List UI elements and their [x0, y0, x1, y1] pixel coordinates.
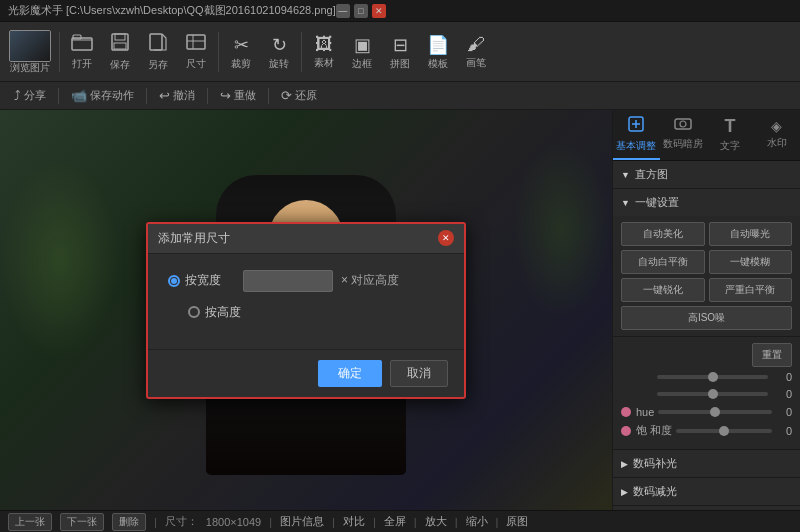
reset-btn[interactable]: 重置: [752, 343, 792, 367]
svg-point-9: [680, 121, 686, 127]
statusbar: 上一张 下一张 删除 | 尺寸： 1800×1049 | 图片信息 | 对比 |…: [0, 510, 800, 532]
minimize-button[interactable]: —: [336, 4, 350, 18]
cross-label: × 对应高度: [341, 272, 399, 289]
toolbar-material[interactable]: 🖼 素材: [305, 25, 343, 79]
digital-fill-label: 数码补光: [633, 456, 677, 471]
basic-adjust-icon: [627, 115, 645, 137]
dialog-title: 添加常用尺寸: [158, 230, 230, 247]
toolbar-stitch[interactable]: ⊟ 拼图: [381, 25, 419, 79]
onekey-sharpen-btn[interactable]: 一键锐化: [621, 278, 705, 302]
sliders-content: 重置 0 0: [613, 337, 800, 449]
save-action-label: 保存动作: [90, 88, 134, 103]
tab-basic-label: 基本调整: [616, 139, 656, 153]
contrast-track[interactable]: [657, 392, 768, 396]
width-input[interactable]: [243, 270, 333, 292]
stitch-label: 拼图: [390, 58, 410, 70]
clarity-header[interactable]: ▶ 清晰度: [613, 506, 800, 510]
restore-button[interactable]: ⟳ 还原: [275, 86, 323, 105]
restore-icon: ⟳: [281, 88, 292, 103]
maximize-button[interactable]: □: [354, 4, 368, 18]
canvas-area[interactable]: 添加常用尺寸 ✕ 按宽度 × 对应高度: [0, 110, 612, 510]
dialog-row-width: 按宽度 × 对应高度: [168, 270, 444, 292]
zoom-out-btn[interactable]: 缩小: [466, 514, 488, 529]
onekey-mosaic-btn[interactable]: 一键模糊: [709, 250, 793, 274]
dialog-confirm-button[interactable]: 确定: [318, 360, 382, 387]
saturation-track[interactable]: [676, 429, 772, 433]
redo-label: 重做: [234, 88, 256, 103]
high-iso-row: 高ISO噪: [621, 306, 792, 330]
radio-height-circle: [188, 306, 200, 318]
tab-basic[interactable]: 基本调整: [613, 110, 660, 160]
preview-thumb-group[interactable]: 浏览图片: [4, 25, 56, 79]
stitch-icon: ⊟: [393, 34, 408, 56]
toolbar-separator-1: [59, 32, 60, 72]
size-label: 尺寸：: [165, 514, 198, 529]
heavy-balance-btn[interactable]: 严重白平衡: [709, 278, 793, 302]
toolbar-crop[interactable]: ✂ 裁剪: [222, 25, 260, 79]
toolbar-separator-2: [218, 32, 219, 72]
prev-button[interactable]: 上一张: [8, 513, 52, 531]
toolbar-rotate[interactable]: ↻ 旋转: [260, 25, 298, 79]
auto-exposure-btn[interactable]: 自动曝光: [709, 222, 793, 246]
info-label[interactable]: 图片信息: [280, 514, 324, 529]
tab-digital-room[interactable]: 数码暗房: [660, 110, 707, 160]
histogram-section: ▼ 直方图: [613, 161, 800, 189]
toolbar-saveas[interactable]: 另存: [139, 25, 177, 79]
toolbar-resize[interactable]: 尺寸: [177, 25, 215, 79]
histogram-header[interactable]: ▼ 直方图: [613, 161, 800, 188]
save-action-button[interactable]: 📹 保存动作: [65, 86, 140, 105]
titlebar: 光影魔术手 [C:\Users\xzwh\Desktop\QQ截图2016102…: [0, 0, 800, 22]
dialog-close-button[interactable]: ✕: [438, 230, 454, 246]
fullscreen-btn[interactable]: 全屏: [384, 514, 406, 529]
preview-label: 浏览图片: [10, 62, 50, 74]
svg-rect-1: [73, 35, 81, 39]
toolbar-template[interactable]: 📄 模板: [419, 25, 457, 79]
onekey-header[interactable]: ▼ 一键设置: [613, 189, 800, 216]
clarity-section: ▶ 清晰度: [613, 506, 800, 510]
toolbar-border[interactable]: ▣ 边框: [343, 25, 381, 79]
fit-btn[interactable]: 对比: [343, 514, 365, 529]
watermark-icon: ◈: [771, 118, 782, 134]
action-sep-4: [268, 88, 269, 104]
share-button[interactable]: ⤴ 分享: [8, 86, 52, 105]
action-sep-2: [146, 88, 147, 104]
dialog-overlay: 添加常用尺寸 ✕ 按宽度 × 对应高度: [0, 110, 612, 510]
save-action-icon: 📹: [71, 88, 87, 103]
redo-button[interactable]: ↪ 重做: [214, 86, 262, 105]
digital-reduce-label: 数码减光: [633, 484, 677, 499]
exposure-track[interactable]: [657, 375, 768, 379]
redo-icon: ↪: [220, 88, 231, 103]
radio-width-circle: [168, 275, 180, 287]
toolbar-open[interactable]: 打开: [63, 25, 101, 79]
template-icon: 📄: [427, 34, 449, 56]
tab-text[interactable]: T 文字: [707, 110, 754, 160]
window-buttons: — □ ✕: [336, 4, 386, 18]
dialog-cancel-button[interactable]: 取消: [390, 360, 448, 387]
digital-reduce-header[interactable]: ▶ 数码减光: [613, 478, 800, 505]
toolbar-save[interactable]: 保存: [101, 25, 139, 79]
hue-dot: [621, 407, 631, 417]
digital-fill-header[interactable]: ▶ 数码补光: [613, 450, 800, 477]
high-iso-btn[interactable]: 高ISO噪: [621, 306, 792, 330]
toolbar-paint[interactable]: 🖌 画笔: [457, 25, 495, 79]
status-sep-7: |: [496, 516, 499, 528]
undo-button[interactable]: ↩ 撤消: [153, 86, 201, 105]
reset-row: 重置: [621, 343, 792, 367]
close-button[interactable]: ✕: [372, 4, 386, 18]
saturation-thumb: [719, 426, 729, 436]
title-text: 光影魔术手 [C:\Users\xzwh\Desktop\QQ截图2016102…: [8, 3, 336, 18]
save-label: 保存: [110, 59, 130, 71]
zoom-in-btn[interactable]: 放大: [425, 514, 447, 529]
delete-button[interactable]: 删除: [112, 513, 146, 531]
auto-balance-btn[interactable]: 自动白平衡: [621, 250, 705, 274]
tab-watermark[interactable]: ◈ 水印: [753, 110, 800, 160]
radio-by-height[interactable]: 按高度: [188, 304, 255, 321]
auto-beautify-btn[interactable]: 自动美化: [621, 222, 705, 246]
hue-track[interactable]: [658, 410, 772, 414]
tab-watermark-label: 水印: [767, 136, 787, 150]
restore-btn[interactable]: 原图: [506, 514, 528, 529]
radio-by-width[interactable]: 按宽度: [168, 272, 235, 289]
material-label: 素材: [314, 57, 334, 69]
next-button[interactable]: 下一张: [60, 513, 104, 531]
toolbar: 浏览图片 打开 保存 另存 尺寸 ✂ 裁剪 ↻ 旋转 🖼 素材: [0, 22, 800, 82]
